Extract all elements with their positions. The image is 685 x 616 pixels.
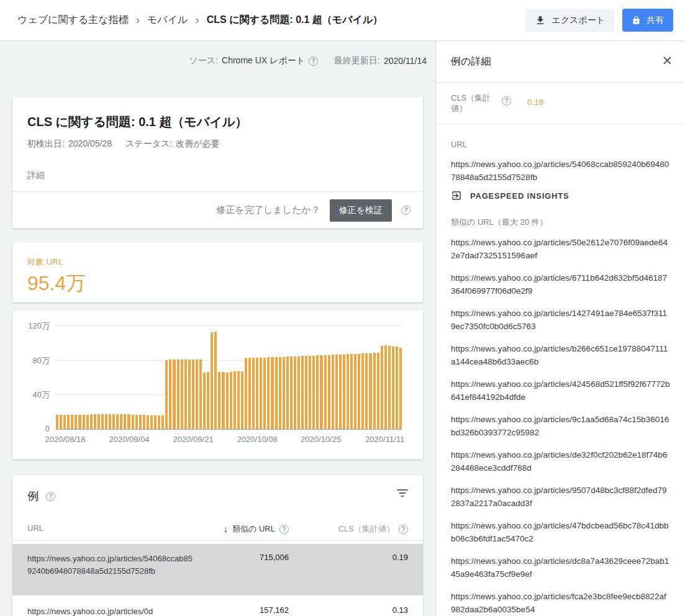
chart-bar bbox=[226, 373, 229, 429]
examples-title: 例 bbox=[27, 489, 39, 504]
similar-count-cell: 715,006 bbox=[260, 553, 289, 562]
close-icon[interactable]: ✕ bbox=[661, 54, 673, 67]
chart-bar bbox=[192, 360, 194, 429]
similar-url-item: https://news.yahoo.co.jp/articles/142749… bbox=[451, 307, 670, 333]
chart-bar bbox=[234, 371, 236, 429]
share-button[interactable]: 共有 bbox=[622, 9, 673, 32]
chart-bar bbox=[98, 414, 100, 429]
chevron-right-icon: › bbox=[195, 14, 199, 27]
panel-cls-label: CLS（集計値） bbox=[451, 93, 492, 114]
first-detected-value: 2020/05/28 bbox=[68, 138, 112, 150]
x-tick-label: 2020/08/18 bbox=[45, 435, 85, 444]
last-updated-label: 最終更新日: bbox=[334, 55, 380, 66]
report-meta-bar: ソース: Chrome UX レポート 最終更新日: 2020/11/14 bbox=[0, 41, 435, 81]
chart-bar bbox=[90, 414, 93, 429]
chart-bar bbox=[230, 372, 232, 429]
example-url-cell: https://news.yahoo.co.jp/articles/0d bbox=[27, 605, 196, 616]
breadcrumb-core-web-vitals[interactable]: ウェブに関する主な指標 bbox=[17, 14, 129, 27]
help-icon[interactable] bbox=[399, 525, 408, 534]
lock-icon bbox=[632, 16, 641, 25]
search-console-core-web-vitals-report: ウェブに関する主な指標 › モバイル › CLS に関する問題: 0.1 超（モ… bbox=[0, 0, 685, 616]
chart-bar bbox=[286, 356, 289, 429]
example-row[interactable]: https://news.yahoo.co.jp/articles/0d157,… bbox=[12, 597, 423, 616]
chart-bar bbox=[169, 360, 171, 429]
chart-bar bbox=[248, 358, 251, 429]
chart-bar bbox=[196, 360, 198, 429]
affected-urls-card: 対象 URL 95.4万 bbox=[12, 242, 423, 302]
share-label: 共有 bbox=[646, 15, 664, 26]
filter-icon[interactable] bbox=[397, 489, 408, 498]
export-label: エクスポート bbox=[551, 15, 605, 26]
panel-title: 例の詳細 bbox=[451, 41, 491, 82]
y-tick-label: 40万 bbox=[17, 389, 50, 401]
chart-bar bbox=[252, 358, 255, 429]
chart-bar bbox=[373, 353, 376, 429]
chart-bar bbox=[214, 332, 217, 429]
help-icon[interactable] bbox=[309, 57, 318, 66]
chart-bar bbox=[388, 346, 391, 429]
similar-url-item: https://news.yahoo.co.jp/articles/9507d4… bbox=[451, 484, 670, 510]
export-button[interactable]: エクスポート bbox=[525, 9, 614, 32]
help-icon[interactable] bbox=[502, 96, 511, 106]
chart-bar bbox=[127, 414, 130, 429]
chart-bar bbox=[275, 357, 278, 429]
chart-bar bbox=[377, 353, 379, 429]
column-header-url[interactable]: URL bbox=[27, 523, 43, 533]
example-row[interactable]: https://news.yahoo.co.jp/articles/54068c… bbox=[12, 544, 423, 596]
last-updated-value: 2020/11/14 bbox=[384, 56, 427, 66]
status-value: 改善が必要 bbox=[176, 138, 219, 150]
fix-question: 修正を完了しましたか？ bbox=[217, 204, 320, 216]
chart-bar bbox=[339, 355, 342, 429]
chart-bar bbox=[245, 358, 247, 429]
column-header-cls[interactable]: CLS（集計値） bbox=[338, 523, 408, 535]
similar-url-item: https://news.yahoo.co.jp/articles/424568… bbox=[451, 378, 670, 404]
chart-bar bbox=[135, 415, 138, 429]
chart-bar bbox=[312, 356, 315, 429]
panel-body: URL https://news.yahoo.co.jp/articles/54… bbox=[436, 140, 685, 616]
chart-bar bbox=[316, 355, 319, 429]
chart-bar bbox=[132, 415, 134, 429]
chart-bar bbox=[188, 360, 191, 429]
panel-cls-row: CLS（集計値） 0.19 bbox=[436, 83, 685, 124]
chart-bar bbox=[105, 414, 107, 429]
top-bar: ウェブに関する主な指標 › モバイル › CLS に関する問題: 0.1 超（モ… bbox=[0, 0, 685, 41]
affected-urls-count: 95.4万 bbox=[27, 270, 408, 297]
chart-bar bbox=[324, 355, 327, 429]
similar-url-header-label: 類似の URL bbox=[232, 523, 275, 535]
chart-bar bbox=[158, 415, 160, 429]
chart-bar bbox=[294, 356, 296, 429]
breadcrumb-mobile[interactable]: モバイル bbox=[147, 14, 188, 27]
chart-bar bbox=[67, 415, 70, 429]
chart-bar bbox=[203, 373, 206, 429]
trend-chart-card: 120万 80万 40万 0 2020/08/18 2020/09/04 202… bbox=[12, 310, 423, 460]
chart-bar bbox=[381, 346, 383, 429]
similar-url-item: https://news.yahoo.co.jp/articles/fca2e3… bbox=[451, 590, 670, 616]
chart-bar bbox=[120, 414, 122, 429]
help-icon[interactable] bbox=[401, 206, 411, 215]
chart-bar bbox=[94, 414, 96, 429]
chart-bar bbox=[207, 372, 209, 429]
chart-bar bbox=[150, 415, 153, 429]
help-icon[interactable] bbox=[279, 525, 289, 534]
similar-url-item: https://news.yahoo.co.jp/articles/b266c6… bbox=[451, 342, 670, 368]
chart-bar bbox=[335, 355, 338, 429]
details-link[interactable]: 詳細 bbox=[27, 170, 45, 181]
chevron-right-icon: › bbox=[136, 14, 140, 27]
chart-bar bbox=[161, 415, 164, 429]
chart-bar bbox=[354, 354, 356, 429]
pagespeed-insights-link[interactable]: PAGESPEED INSIGHTS bbox=[451, 190, 670, 201]
x-tick-label: 2020/10/25 bbox=[301, 435, 341, 444]
first-detected-label: 初検出日: bbox=[27, 138, 65, 150]
breadcrumb: ウェブに関する主な指標 › モバイル › CLS に関する問題: 0.1 超（モ… bbox=[17, 14, 383, 27]
chart-bar bbox=[369, 353, 371, 429]
verify-fix-button[interactable]: 修正を検証 bbox=[330, 199, 392, 222]
pagespeed-insights-label: PAGESPEED INSIGHTS bbox=[470, 191, 569, 201]
panel-url-label: URL bbox=[451, 140, 670, 149]
chart-bar bbox=[347, 354, 349, 429]
chart-bar bbox=[365, 353, 368, 429]
help-icon[interactable] bbox=[46, 492, 55, 501]
column-header-similar[interactable]: ↓ 類似の URL bbox=[224, 523, 289, 535]
source-label: ソース: bbox=[189, 55, 219, 66]
panel-header: 例の詳細 ✕ bbox=[436, 41, 685, 83]
chart-bar bbox=[181, 360, 183, 429]
